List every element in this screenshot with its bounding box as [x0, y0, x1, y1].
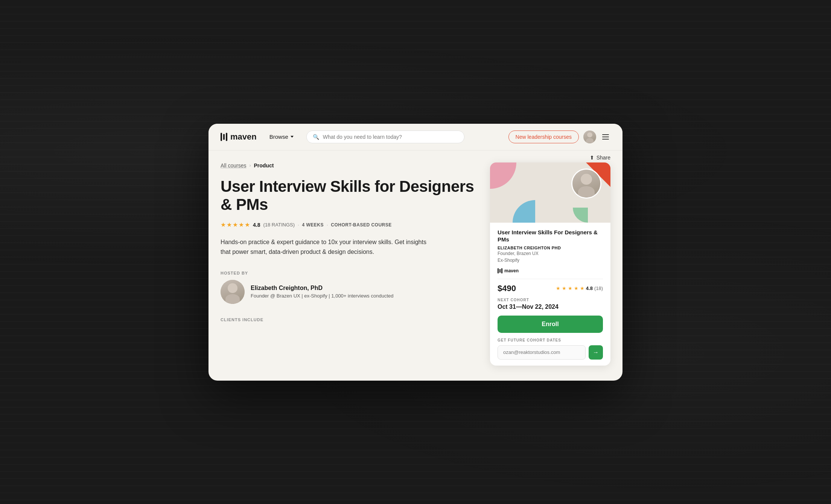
browser-window: maven Browse 🔍 New leadership courses — [209, 124, 622, 381]
dot-1: · — [298, 222, 299, 228]
breadcrumb-current: Product — [254, 162, 274, 169]
card-instructor-body — [578, 186, 595, 197]
card-star-5: ★ — [580, 285, 584, 291]
shape-pink — [490, 162, 516, 189]
dot-2: · — [327, 222, 328, 228]
card-instructor-name: ELIZABETH CREIGHTON PHD — [498, 246, 603, 250]
card-maven-text: maven — [504, 268, 519, 273]
nav-right: New leadership courses — [508, 131, 610, 143]
logo[interactable]: maven — [221, 132, 257, 142]
search-bar[interactable]: 🔍 — [306, 131, 464, 143]
card-rating-num: 4.8 — [586, 285, 593, 291]
logo-bar-1 — [221, 133, 222, 141]
search-icon: 🔍 — [313, 134, 319, 140]
shape-blue — [513, 200, 535, 223]
email-row: → — [498, 345, 603, 360]
email-input[interactable] — [498, 345, 586, 360]
email-submit-button[interactable]: → — [589, 345, 603, 360]
menu-bar-1 — [602, 134, 609, 135]
card-header — [490, 162, 610, 223]
hosted-by-label: HOSTED BY — [221, 271, 475, 275]
card-cohort-date: Oct 31—Nov 22, 2024 — [498, 304, 603, 310]
breadcrumb-all-courses[interactable]: All courses — [221, 162, 246, 169]
search-input[interactable] — [323, 134, 458, 140]
rating-count: (18 RATINGS) — [263, 222, 295, 228]
card-instructor-photo — [571, 169, 601, 199]
arrow-icon: → — [593, 349, 599, 356]
menu-bar-3 — [602, 139, 609, 140]
avatar[interactable] — [583, 131, 596, 143]
host-info: Elizabeth Creighton, PhD Founder @ Braze… — [251, 285, 393, 299]
course-description: Hands-on practice & expert guidance to 1… — [221, 237, 431, 257]
card-bar-3 — [501, 268, 502, 273]
card-maven-logo: maven — [498, 268, 603, 273]
meta-row: ★ ★ ★ ★ ★ 4.8 (18 RATINGS) · 4 WEEKS · C… — [221, 221, 475, 228]
person-body — [586, 138, 594, 143]
host-avatar — [221, 280, 245, 304]
logo-text: maven — [230, 132, 257, 142]
share-button[interactable]: ⬆ Share — [590, 155, 610, 161]
card-instructor-title-2: Ex-Shopify — [498, 258, 519, 263]
card-instructor-title-1: Founder, Brazen UX — [498, 251, 539, 256]
share-icon: ⬆ — [590, 155, 594, 161]
course-card: User Interview Skills For Designers & PM… — [490, 162, 610, 366]
host-card: Elizabeth Creighton, PhD Founder @ Braze… — [221, 280, 475, 304]
card-cohort-label: NEXT COHORT — [498, 298, 603, 302]
card-rating-count: (18) — [594, 285, 603, 291]
host-body — [225, 294, 240, 304]
content-left: All courses › Product User Interview Ski… — [221, 162, 475, 366]
card-price: $490 — [498, 284, 516, 293]
card-bar-2 — [499, 269, 501, 273]
avatar-figure — [583, 131, 596, 143]
card-star-2: ★ — [562, 285, 566, 291]
logo-bar-2 — [223, 134, 225, 140]
card-star-1: ★ — [556, 285, 560, 291]
clients-label: CLIENTS INCLUDE — [221, 317, 475, 322]
course-type-tag: COHORT-BASED COURSE — [331, 222, 392, 228]
card-title: User Interview Skills For Designers & PM… — [498, 229, 603, 243]
card-logo-icon — [498, 268, 502, 273]
course-title: User Interview Skills for Designers & PM… — [221, 178, 475, 214]
card-price-row: $490 ★ ★ ★ ★ ★ 4.8 (18) — [498, 284, 603, 293]
duration-tag: 4 WEEKS — [302, 222, 324, 228]
logo-icon — [221, 133, 227, 141]
person-head — [587, 132, 592, 138]
enroll-button[interactable]: Enroll — [498, 316, 603, 333]
leadership-button[interactable]: New leadership courses — [508, 131, 579, 143]
star-4: ★ — [239, 221, 244, 228]
card-star-3: ★ — [568, 285, 572, 291]
menu-bar-2 — [602, 137, 609, 137]
host-figure — [221, 280, 245, 304]
card-star-4: ★ — [574, 285, 578, 291]
breadcrumb: All courses › Product — [221, 162, 475, 169]
star-rating: ★ ★ ★ ★ ★ — [221, 221, 250, 228]
card-divider — [498, 279, 603, 279]
card-instructor-head — [581, 174, 592, 185]
logo-bar-3 — [226, 133, 227, 141]
card-bar-1 — [498, 268, 499, 273]
card-rating: ★ ★ ★ ★ ★ 4.8 (18) — [556, 285, 603, 291]
chevron-down-icon — [291, 136, 294, 138]
navbar: maven Browse 🔍 New leadership courses — [209, 124, 622, 150]
host-head — [228, 283, 237, 293]
star-2: ★ — [227, 221, 232, 228]
star-1: ★ — [221, 221, 226, 228]
browse-label: Browse — [269, 134, 288, 140]
breadcrumb-separator: › — [249, 163, 251, 168]
rating-number: 4.8 — [253, 222, 260, 228]
star-5: ★ — [245, 221, 250, 228]
card-body: User Interview Skills For Designers & PM… — [490, 223, 610, 366]
host-name: Elizabeth Creighton, PhD — [251, 285, 393, 291]
share-label: Share — [597, 155, 610, 161]
main-content: All courses › Product User Interview Ski… — [209, 150, 622, 381]
host-bio: Founder @ Brazen UX | ex-Shopify | 1,000… — [251, 293, 393, 299]
card-instructor-figure — [572, 170, 600, 197]
card-instructor-title: Founder, Brazen UX Ex-Shopify — [498, 250, 603, 264]
browse-button[interactable]: Browse — [266, 131, 297, 142]
star-3: ★ — [233, 221, 238, 228]
future-cohort-label: GET FUTURE COHORT DATES — [498, 338, 603, 342]
shape-green — [573, 208, 588, 223]
menu-icon[interactable] — [601, 133, 610, 141]
